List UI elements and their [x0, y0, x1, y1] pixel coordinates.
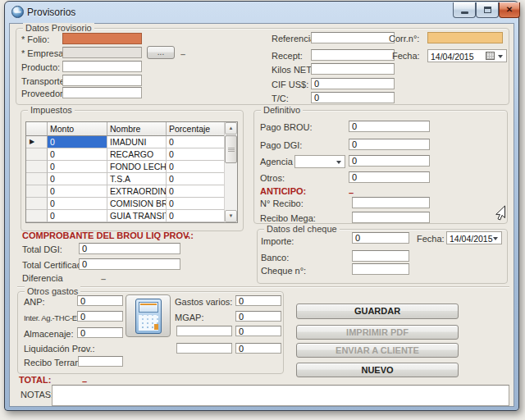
pago-dgi-input[interactable]	[349, 139, 430, 150]
n-recibo-label: N° Recibo:	[260, 199, 304, 209]
grid-scrollbar[interactable]: ▲ ▼	[224, 122, 237, 222]
table-row: 0 T.S.A 0	[26, 173, 237, 185]
mgap-label: MGAP:	[175, 313, 203, 323]
cell-nombre[interactable]: EXTRAORDINA...	[107, 185, 167, 198]
cursor-icon	[495, 205, 506, 221]
scrollbar-thumb[interactable]	[225, 135, 237, 163]
anp-input[interactable]	[77, 295, 123, 306]
agencia-label: Agencia	[260, 157, 293, 167]
tc-input[interactable]	[311, 92, 395, 103]
col-header-monto[interactable]: Monto	[48, 122, 107, 136]
chevron-down-icon	[493, 237, 498, 240]
cell-porcentaje[interactable]: 0	[167, 198, 226, 210]
producto-input[interactable]	[62, 61, 142, 72]
row-selector[interactable]	[26, 161, 48, 173]
almacenaje-input[interactable]	[77, 327, 123, 338]
empresa-browse-button[interactable]: ...	[147, 46, 175, 59]
folio-input[interactable]	[62, 33, 142, 44]
cell-porcentaje[interactable]: 0	[167, 173, 226, 185]
row-selector[interactable]	[26, 148, 48, 161]
total-dgi-input[interactable]	[79, 243, 180, 254]
row-selector[interactable]: ▶	[26, 136, 48, 148]
cell-monto[interactable]: 0	[48, 173, 107, 185]
n-recibo-input[interactable]	[352, 197, 430, 208]
empresa-input[interactable]	[62, 47, 142, 58]
calculator-button[interactable]	[126, 294, 171, 337]
extra-gasto-1-name-input[interactable]	[176, 326, 232, 336]
recibo-terranova-input[interactable]	[78, 356, 123, 367]
maximize-button[interactable]	[476, 2, 499, 18]
close-button[interactable]: ✕	[499, 2, 520, 18]
row-selector[interactable]	[26, 185, 48, 198]
notas-input[interactable]	[52, 385, 509, 406]
fecha-datepicker[interactable]: 14/04/2015	[427, 49, 507, 62]
cell-porcentaje[interactable]: 0	[167, 185, 226, 198]
col-header-nombre[interactable]: Nombre	[107, 122, 167, 136]
row-selector[interactable]	[26, 198, 48, 210]
corr-input[interactable]	[427, 32, 503, 43]
cell-monto[interactable]: 0	[48, 198, 107, 210]
proveedor-input[interactable]	[62, 87, 142, 98]
kilos-net-input[interactable]	[311, 63, 395, 75]
pago-brou-input[interactable]	[349, 121, 430, 132]
calculator-icon	[135, 299, 162, 334]
banco-input[interactable]	[352, 250, 409, 262]
cell-monto[interactable]: 0	[48, 136, 107, 148]
cell-monto[interactable]: 0	[48, 185, 107, 198]
col-header-porcentaje[interactable]: Porcentaje	[167, 122, 226, 136]
cif-input[interactable]	[311, 78, 395, 89]
minimize-button[interactable]	[453, 2, 476, 18]
pago-dgi-label: Pago DGI:	[260, 140, 302, 151]
cell-nombre[interactable]: IMADUNI	[107, 136, 167, 148]
cell-porcentaje[interactable]: 0	[167, 210, 226, 222]
cell-monto[interactable]: 0	[48, 148, 107, 161]
cheque-n-input[interactable]	[352, 263, 409, 275]
row-pointer-icon: ▶	[30, 138, 34, 145]
agencia-combobox[interactable]	[294, 155, 345, 168]
agencia-monto-input[interactable]	[349, 155, 430, 167]
titlebar[interactable]: Provisorios ✕	[5, 2, 518, 23]
row-selector[interactable]	[26, 173, 48, 185]
row-selector[interactable]	[26, 210, 48, 222]
cell-nombre[interactable]: RECARGO	[107, 148, 167, 161]
cell-porcentaje[interactable]: 0	[167, 136, 226, 148]
cheque-fecha-combobox[interactable]: 14/04/2015	[446, 231, 502, 244]
scroll-up-button[interactable]: ▲	[225, 122, 237, 135]
recept-input[interactable]	[311, 49, 395, 61]
group-datos-cheque-label: Datos del cheque	[264, 224, 340, 235]
mgap-input[interactable]	[235, 311, 281, 322]
cif-label: CIF US$:	[272, 80, 308, 90]
enviar-a-cliente-button[interactable]: ENVIAR A CLIENTE	[296, 343, 459, 358]
cell-nombre[interactable]: FONDO LECHERO	[107, 161, 167, 173]
form-client-area: Datos Provisorio * Folio: * Empresa: ...…	[9, 23, 514, 407]
chevron-down-icon	[498, 55, 503, 58]
transporte-input[interactable]	[62, 75, 142, 86]
cell-porcentaje[interactable]: 0	[167, 161, 226, 173]
referencia-input[interactable]	[311, 32, 395, 43]
inter-ag-thc-eif-input[interactable]	[77, 311, 123, 322]
recibo-mega-input[interactable]	[352, 212, 430, 223]
cell-monto[interactable]: 0	[48, 210, 107, 222]
cell-monto[interactable]: 0	[48, 161, 107, 173]
otros-label: Otros:	[260, 173, 285, 184]
total-certificado-input[interactable]	[79, 258, 180, 270]
extra-gasto-1-value-input[interactable]	[235, 326, 281, 336]
otros-input[interactable]	[349, 171, 430, 183]
cell-nombre[interactable]: T.S.A	[107, 173, 167, 185]
gastos-varios-input[interactable]	[235, 295, 281, 306]
guardar-button[interactable]: GUARDAR	[296, 304, 459, 319]
imprimir-pdf-button[interactable]: IMPRIMIR PDF	[296, 325, 459, 340]
cell-porcentaje[interactable]: 0	[167, 148, 226, 161]
table-row: 0 FONDO LECHERO 0	[26, 161, 237, 173]
desktop: Provisorios ✕ Datos Provisorio * Folio: …	[0, 0, 525, 420]
chevron-down-icon	[336, 161, 341, 164]
nuevo-button[interactable]: NUEVO	[296, 363, 459, 377]
grid-corner-cell	[26, 122, 48, 136]
cell-nombre[interactable]: COMISION BROU	[107, 198, 167, 210]
extra-gasto-2-value-input[interactable]	[235, 343, 281, 354]
scroll-down-button[interactable]: ▼	[225, 210, 237, 222]
empresa-label: * Empresa:	[21, 48, 66, 59]
cell-nombre[interactable]: GUIA TRANSITO	[107, 210, 167, 222]
extra-gasto-2-name-input[interactable]	[176, 343, 232, 354]
importe-input[interactable]	[352, 232, 409, 244]
